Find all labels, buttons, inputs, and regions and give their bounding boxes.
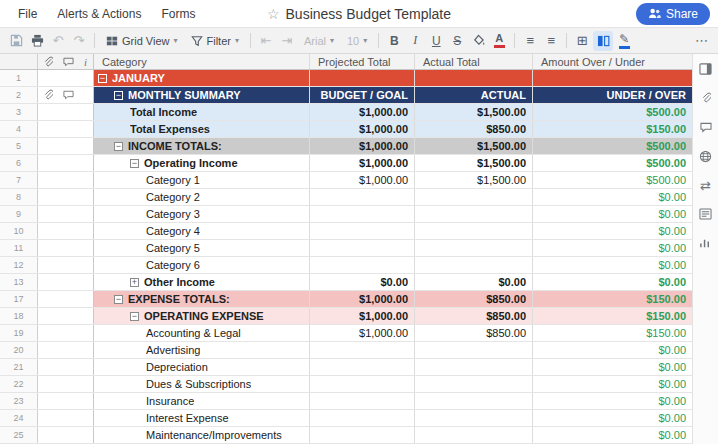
info-cell[interactable] bbox=[78, 257, 94, 273]
undo-icon[interactable]: ↶ bbox=[48, 31, 68, 51]
amount-over-under-cell[interactable]: $150.00 bbox=[533, 325, 692, 341]
category-cell[interactable]: +Other Income bbox=[94, 274, 310, 290]
horizontal-align-icon[interactable]: ≡ bbox=[520, 31, 540, 51]
row-number[interactable]: 22 bbox=[0, 376, 38, 392]
actual-total-cell[interactable]: $850.00 bbox=[415, 291, 533, 307]
attachment-cell[interactable] bbox=[38, 427, 58, 443]
comment-cell[interactable] bbox=[58, 257, 78, 273]
row-number[interactable]: 4 bbox=[0, 121, 38, 137]
strikethrough-button[interactable]: S bbox=[447, 31, 467, 51]
comment-cell[interactable] bbox=[58, 376, 78, 392]
bold-button[interactable]: B bbox=[384, 31, 404, 51]
row-number[interactable]: 8 bbox=[0, 189, 38, 205]
category-cell[interactable]: Category 5 bbox=[94, 240, 310, 256]
amount-over-under-cell[interactable]: $0.00 bbox=[533, 274, 692, 290]
info-cell[interactable] bbox=[78, 325, 94, 341]
category-cell[interactable]: −MONTHLY SUMMARY bbox=[94, 87, 310, 103]
info-cell[interactable] bbox=[78, 274, 94, 290]
row-number[interactable]: 9 bbox=[0, 206, 38, 222]
conversations-icon[interactable] bbox=[695, 118, 717, 136]
info-cell[interactable] bbox=[78, 121, 94, 137]
comment-cell[interactable] bbox=[58, 121, 78, 137]
row-number[interactable]: 1 bbox=[0, 70, 38, 86]
amount-over-under-cell[interactable]: $0.00 bbox=[533, 189, 692, 205]
share-button[interactable]: Share bbox=[636, 3, 710, 25]
actual-total-cell[interactable]: $850.00 bbox=[415, 121, 533, 137]
category-cell[interactable]: Category 4 bbox=[94, 223, 310, 239]
category-cell[interactable]: Accounting & Legal bbox=[94, 325, 310, 341]
attachment-cell[interactable] bbox=[38, 87, 58, 103]
sheet-summary-icon[interactable] bbox=[695, 205, 717, 223]
row-number[interactable]: 3 bbox=[0, 104, 38, 120]
attachment-cell[interactable] bbox=[38, 325, 58, 341]
print-icon[interactable] bbox=[27, 31, 47, 51]
collapse-row-icon[interactable]: − bbox=[114, 295, 123, 304]
projected-total-cell[interactable] bbox=[310, 70, 415, 86]
info-cell[interactable] bbox=[78, 189, 94, 205]
attachment-cell[interactable] bbox=[38, 172, 58, 188]
info-cell[interactable] bbox=[78, 427, 94, 443]
projected-total-cell[interactable]: $1,000.00 bbox=[310, 104, 415, 120]
projected-total-cell[interactable]: $1,000.00 bbox=[310, 155, 415, 171]
row-number[interactable]: 20 bbox=[0, 342, 38, 358]
info-cell[interactable] bbox=[78, 359, 94, 375]
amount-over-under-cell[interactable]: $500.00 bbox=[533, 155, 692, 171]
comment-cell[interactable] bbox=[58, 223, 78, 239]
attachment-cell[interactable] bbox=[38, 359, 58, 375]
category-cell[interactable]: Category 3 bbox=[94, 206, 310, 222]
amount-over-under-cell[interactable]: $0.00 bbox=[533, 223, 692, 239]
projected-total-cell[interactable] bbox=[310, 359, 415, 375]
row-number[interactable]: 19 bbox=[0, 325, 38, 341]
projected-total-cell[interactable]: $1,000.00 bbox=[310, 325, 415, 341]
row-number[interactable]: 17 bbox=[0, 291, 38, 307]
collapse-row-icon[interactable]: − bbox=[114, 142, 123, 151]
indent-icon[interactable]: ⇥ bbox=[277, 31, 297, 51]
attachment-cell[interactable] bbox=[38, 308, 58, 324]
category-cell[interactable]: Category 2 bbox=[94, 189, 310, 205]
category-cell[interactable]: Category 1 bbox=[94, 172, 310, 188]
collapse-row-icon[interactable]: − bbox=[130, 312, 139, 321]
redo-icon[interactable]: ↷ bbox=[69, 31, 89, 51]
amount-over-under-cell[interactable]: $150.00 bbox=[533, 308, 692, 324]
info-cell[interactable] bbox=[78, 410, 94, 426]
amount-over-under-cell[interactable]: $500.00 bbox=[533, 172, 692, 188]
save-icon[interactable] bbox=[6, 31, 26, 51]
menu-alerts-actions[interactable]: Alerts & Actions bbox=[47, 7, 151, 21]
info-cell[interactable] bbox=[78, 155, 94, 171]
info-cell[interactable] bbox=[78, 87, 94, 103]
actual-total-cell[interactable] bbox=[415, 223, 533, 239]
freeze-columns-icon[interactable] bbox=[593, 31, 613, 51]
amount-over-under-cell[interactable]: $0.00 bbox=[533, 342, 692, 358]
amount-over-under-cell[interactable]: $0.00 bbox=[533, 427, 692, 443]
vertical-align-icon[interactable]: ≡ bbox=[541, 31, 561, 51]
attachment-cell[interactable] bbox=[38, 138, 58, 154]
projected-total-cell[interactable] bbox=[310, 189, 415, 205]
info-cell[interactable] bbox=[78, 206, 94, 222]
info-cell[interactable] bbox=[78, 70, 94, 86]
actual-total-cell[interactable] bbox=[415, 257, 533, 273]
attachment-cell[interactable] bbox=[38, 257, 58, 273]
actual-total-cell[interactable]: $1,500.00 bbox=[415, 172, 533, 188]
attachment-cell[interactable] bbox=[38, 70, 58, 86]
comment-cell[interactable] bbox=[58, 206, 78, 222]
attachments-icon[interactable] bbox=[695, 89, 717, 107]
category-cell[interactable]: −EXPENSE TOTALS: bbox=[94, 291, 310, 307]
amount-over-under-cell[interactable]: $150.00 bbox=[533, 291, 692, 307]
underline-button[interactable]: U bbox=[426, 31, 446, 51]
comment-cell[interactable] bbox=[58, 291, 78, 307]
category-cell[interactable]: Depreciation bbox=[94, 359, 310, 375]
category-cell[interactable]: Interest Expense bbox=[94, 410, 310, 426]
comment-cell[interactable] bbox=[58, 138, 78, 154]
info-cell[interactable] bbox=[78, 308, 94, 324]
comment-cell[interactable] bbox=[58, 427, 78, 443]
amount-over-under-cell[interactable]: $500.00 bbox=[533, 138, 692, 154]
fill-color-button[interactable] bbox=[468, 31, 488, 51]
comment-cell[interactable] bbox=[58, 274, 78, 290]
actual-total-cell[interactable]: $850.00 bbox=[415, 325, 533, 341]
amount-over-under-cell[interactable]: $0.00 bbox=[533, 257, 692, 273]
view-selector[interactable]: Grid View ▾ bbox=[100, 31, 184, 51]
projected-total-cell[interactable] bbox=[310, 257, 415, 273]
category-column-header[interactable]: Category bbox=[94, 54, 310, 69]
update-requests-icon[interactable]: ⇄ bbox=[695, 176, 717, 194]
projected-total-cell[interactable]: $1,000.00 bbox=[310, 291, 415, 307]
